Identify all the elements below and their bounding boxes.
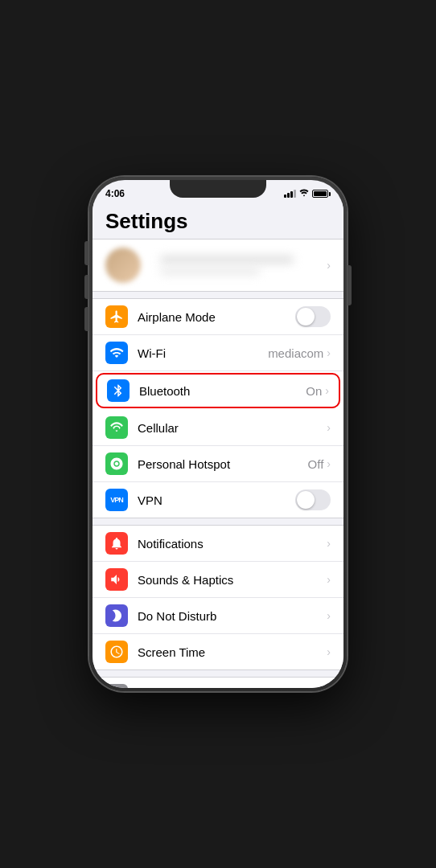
notifications-group: Notifications › Sounds & Haptics › Do No… — [93, 525, 343, 670]
airplane-label: Airplane Mode — [138, 310, 295, 324]
battery-icon — [312, 190, 331, 198]
sounds-row[interactable]: Sounds & Haptics › — [93, 562, 343, 598]
general-icon — [105, 684, 128, 688]
wifi-status-icon — [299, 189, 309, 199]
phone-screen: 4:06 Settings — [93, 180, 343, 688]
wifi-row[interactable]: Wi-Fi mediacom › — [93, 335, 343, 371]
cellular-chevron: › — [327, 421, 331, 434]
profile-chevron: › — [327, 259, 331, 272]
notifications-label: Notifications — [138, 537, 327, 551]
bluetooth-label: Bluetooth — [139, 384, 306, 398]
cellular-label: Cellular — [138, 421, 327, 435]
cellular-row[interactable]: Cellular › — [93, 410, 343, 446]
phone-frame: 4:06 Settings — [89, 177, 347, 691]
status-time: 4:06 — [105, 188, 125, 199]
screen-content: Settings › Airplane Mode — [93, 203, 343, 688]
donotdisturb-label: Do Not Disturb — [138, 609, 327, 623]
airplane-toggle[interactable] — [295, 306, 331, 327]
sounds-label: Sounds & Haptics — [138, 573, 327, 587]
hotspot-label: Personal Hotspot — [138, 457, 308, 471]
hotspot-value: Off — [308, 457, 324, 471]
vpn-icon: VPN — [105, 489, 128, 511]
hotspot-icon — [105, 452, 128, 475]
wifi-chevron: › — [327, 346, 331, 359]
avatar — [105, 248, 141, 283]
page-title: Settings — [93, 203, 343, 239]
signal-icon — [284, 190, 296, 198]
donotdisturb-chevron: › — [327, 609, 331, 622]
vpn-label: VPN — [138, 493, 295, 507]
bluetooth-chevron: › — [325, 384, 329, 397]
airplane-mode-row[interactable]: Airplane Mode — [93, 299, 343, 335]
notifications-chevron: › — [327, 537, 331, 550]
screentime-row[interactable]: Screen Time › — [93, 634, 343, 669]
sounds-chevron: › — [327, 573, 331, 586]
status-icons — [284, 189, 331, 199]
bluetooth-row[interactable]: Bluetooth On › — [96, 373, 340, 408]
bluetooth-value: On — [306, 384, 322, 398]
screentime-icon — [105, 641, 128, 663]
profile-section[interactable]: › — [93, 239, 343, 292]
general-row[interactable]: General › — [93, 678, 343, 688]
connectivity-group: Airplane Mode Wi-Fi mediacom › — [93, 298, 343, 518]
wifi-icon-row — [105, 342, 128, 364]
moon-icon — [105, 604, 128, 627]
vpn-toggle[interactable] — [295, 489, 331, 510]
bluetooth-icon — [107, 379, 130, 402]
cellular-icon — [105, 416, 128, 439]
vpn-row[interactable]: VPN VPN — [93, 482, 343, 518]
sounds-icon — [105, 568, 128, 591]
system-group: General › Control Center › Display & Bri… — [93, 677, 343, 688]
screentime-label: Screen Time — [138, 645, 327, 659]
donotdisturb-row[interactable]: Do Not Disturb › — [93, 598, 343, 634]
hotspot-row[interactable]: Personal Hotspot Off › — [93, 446, 343, 482]
notifications-row[interactable]: Notifications › — [93, 526, 343, 562]
wifi-label: Wi-Fi — [138, 346, 268, 360]
screentime-chevron: › — [327, 645, 331, 658]
airplane-icon — [105, 305, 128, 328]
hotspot-chevron: › — [327, 457, 331, 470]
notch — [170, 180, 266, 198]
notifications-icon — [105, 532, 128, 555]
wifi-value: mediacom — [268, 346, 323, 360]
